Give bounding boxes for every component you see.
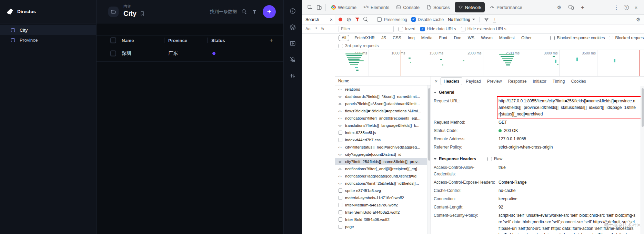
column-header-name[interactable]: Name [122, 38, 134, 43]
sidebar-item[interactable]: City [0, 25, 96, 35]
column-divider[interactable] [164, 38, 164, 43]
throttling-dropdown[interactable]: No throttling [448, 17, 475, 22]
inspect-element-icon[interactable] [305, 3, 314, 12]
device-toolbar-icon[interactable] [314, 3, 323, 12]
more-options-icon[interactable]: ⋮ [612, 3, 621, 12]
response-headers-section-header[interactable]: Response Headers Raw [431, 154, 641, 163]
network-search-icon[interactable] [363, 17, 369, 22]
network-request-row[interactable]: index-d44ed7b7.css [335, 136, 427, 143]
resource-filter-chip[interactable]: Font [437, 35, 449, 41]
archive-icon[interactable] [289, 40, 296, 47]
resource-filter-chip[interactable]: Img [406, 35, 416, 41]
disable-cache-checkbox[interactable]: Disable cache [411, 17, 444, 22]
network-overview-timeline[interactable]: 500 ms1000 ms1500 ms2000 ms2500 ms3000 m… [335, 50, 644, 77]
network-request-row[interactable]: page [335, 223, 427, 230]
details-scrollbar[interactable] [641, 86, 644, 234]
details-tab[interactable]: Payload [463, 78, 483, 85]
new-tab-icon[interactable]: + [578, 3, 587, 12]
resource-filter-chip[interactable]: CSS [391, 35, 403, 41]
search-area[interactable]: 找到一条数据 [210, 0, 256, 23]
column-divider[interactable] [207, 38, 208, 43]
network-request-row[interactable]: panels?fields[]=*&sort[]=dashboard&limit… [335, 100, 427, 107]
details-tab[interactable]: Cookies [568, 78, 588, 85]
refresh-icon[interactable]: ↻ [321, 27, 324, 31]
network-request-row[interactable]: notifications?filter[_and][0][recipient]… [335, 165, 427, 172]
filter-icon[interactable] [252, 10, 256, 14]
layers-icon[interactable] [289, 24, 296, 31]
tab-elements[interactable]: </> Elements [360, 0, 393, 14]
info-icon[interactable] [289, 8, 296, 14]
network-request-row[interactable]: notifications?filter[_and][0][recipient]… [335, 114, 427, 122]
close-devtools-icon[interactable]: × [632, 3, 641, 12]
tab-network[interactable]: Network [455, 2, 485, 12]
column-header-province[interactable]: Province [168, 38, 187, 43]
table-row[interactable]: 深圳 广东 [97, 45, 283, 62]
sort-icon[interactable] [289, 72, 296, 79]
help-icon[interactable]: ? [624, 5, 629, 10]
network-request-row[interactable]: city?aggregate[countDistinct]=id [335, 151, 427, 158]
close-search-icon[interactable]: × [330, 17, 333, 22]
resource-filter-chip[interactable]: Doc [452, 35, 462, 41]
hide-extension-urls-checkbox[interactable]: Hide extension URLs [461, 27, 506, 31]
column-header-status[interactable]: Status [211, 38, 225, 43]
details-tab-active[interactable]: Headers [441, 78, 462, 85]
network-request-row[interactable]: Inter-Medium-a4e1e7e6.woff2 [335, 201, 427, 208]
close-details-icon[interactable]: × [432, 79, 440, 84]
regex-button[interactable]: .* [314, 27, 317, 31]
record-button[interactable] [339, 18, 342, 21]
devices-icon[interactable] [566, 3, 575, 12]
network-request-row[interactable]: city?limit=25&fields[]=name&fields[]=pro… [335, 158, 427, 165]
settings-gear-icon[interactable]: ⚙ [555, 3, 564, 12]
resource-filter-chip[interactable]: WS [466, 35, 476, 41]
network-settings-icon[interactable]: ⚙ [636, 17, 641, 22]
add-column-button[interactable]: + [270, 37, 273, 44]
invert-checkbox[interactable]: Invert [399, 27, 415, 31]
resource-filter-chip[interactable]: Fetch/XHR [353, 35, 376, 41]
directus-brand[interactable]: Directus [0, 0, 97, 23]
network-request-row[interactable]: index-6235cc8f.js [335, 129, 427, 136]
details-tab[interactable]: Preview [484, 78, 505, 85]
third-party-requests-checkbox[interactable]: 3rd-party requests [339, 43, 379, 48]
add-item-button[interactable]: + [263, 5, 276, 18]
network-request-row[interactable]: relations [335, 85, 427, 93]
select-all-checkbox[interactable] [110, 38, 116, 43]
network-conditions-icon[interactable] [484, 17, 489, 22]
resource-filter-chip[interactable]: Manifest [498, 35, 516, 41]
resource-filter-chip[interactable]: Other [520, 35, 533, 41]
tab-sources[interactable]: Sources [423, 0, 453, 14]
network-filter-input[interactable] [339, 26, 394, 32]
tab-console[interactable]: Console [393, 0, 423, 14]
import-har-icon[interactable]: ↓ [493, 17, 496, 22]
network-request-row[interactable]: sprite-e37451a6.svg [335, 187, 427, 194]
row-checkbox[interactable] [110, 50, 116, 56]
resource-filter-chip[interactable]: JS [380, 35, 388, 41]
network-request-row[interactable]: dashboards?fields[]=*&sort[]=name&limit.… [335, 93, 427, 100]
raw-headers-checkbox[interactable]: Raw [487, 156, 502, 161]
network-request-row[interactable]: notifications?limit=25&fields[]=id&field… [335, 180, 427, 187]
preserve-log-checkbox[interactable]: Preserve log [377, 17, 407, 22]
details-tab[interactable]: Initiator [530, 78, 549, 85]
network-request-row[interactable]: translations?fields[]=language&fields[]=… [335, 122, 427, 129]
resource-filter-chip[interactable]: Media [420, 35, 434, 41]
network-request-row[interactable]: city?filter[status][_neq]=archived&aggre… [335, 143, 427, 151]
request-list-header[interactable]: Name [335, 77, 431, 85]
sidebar-item[interactable]: Province [0, 35, 96, 45]
network-request-row[interactable]: Inter-SemiBold-af44b8a2.woff2 [335, 208, 427, 216]
general-section-header[interactable]: General [431, 88, 641, 97]
network-request-row[interactable]: flows?fields[]=*&fields[]=operations.*&l… [335, 107, 427, 114]
notifications-disabled-icon[interactable] [289, 56, 296, 63]
blocked-response-cookies-checkbox[interactable]: Blocked response cookies [550, 35, 605, 40]
network-request-row[interactable]: notifications?aggregate[countDistinct]=i… [335, 172, 427, 180]
bookmark-icon[interactable] [140, 11, 145, 16]
network-request-row[interactable]: material-symbols-11d716c0.woff2 [335, 194, 427, 201]
tab-performance[interactable]: Performance [486, 0, 525, 14]
search-icon[interactable] [242, 9, 247, 14]
resource-filter-chip[interactable]: All [339, 35, 349, 41]
match-case-button[interactable]: Aa [305, 27, 311, 31]
network-filter-icon[interactable] [355, 18, 359, 21]
hide-data-urls-checkbox[interactable]: Hide data URLs [420, 27, 456, 31]
clear-icon[interactable]: ⊘ [346, 17, 351, 22]
tab-welcome[interactable]: Welcome [328, 0, 360, 14]
details-tab[interactable]: Timing [550, 78, 568, 85]
resource-filter-chip[interactable]: Wasm [480, 35, 494, 41]
